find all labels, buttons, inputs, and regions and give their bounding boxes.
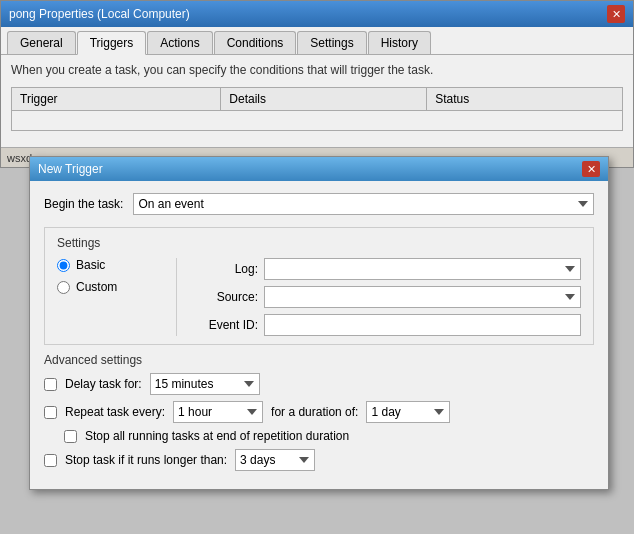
radio-custom-label: Custom <box>76 280 117 294</box>
stop-task-label: Stop task if it runs longer than: <box>65 453 227 467</box>
log-label: Log: <box>193 262 258 276</box>
main-content: When you create a task, you can specify … <box>1 55 633 147</box>
repeat-task-label: Repeat task every: <box>65 405 165 419</box>
duration-select[interactable]: 1 hour 12 hours 1 day Indefinitely <box>366 401 450 423</box>
tab-actions[interactable]: Actions <box>147 31 212 54</box>
stop-task-checkbox[interactable] <box>44 454 57 467</box>
stop-task-row: Stop task if it runs longer than: 1 hour… <box>44 449 594 471</box>
stop-all-row: Stop all running tasks at end of repetit… <box>44 429 594 443</box>
description-text: When you create a task, you can specify … <box>11 63 623 77</box>
advanced-section: Advanced settings Delay task for: 15 min… <box>44 353 594 471</box>
radio-custom-input[interactable] <box>57 281 70 294</box>
col-details: Details <box>221 88 427 111</box>
tab-general[interactable]: General <box>7 31 76 54</box>
stop-all-label: Stop all running tasks at end of repetit… <box>85 429 349 443</box>
log-field-row: Log: <box>193 258 581 280</box>
duration-label: for a duration of: <box>271 405 358 419</box>
delay-task-checkbox[interactable] <box>44 378 57 391</box>
begin-task-label: Begin the task: <box>44 197 123 211</box>
main-window-title: pong Properties (Local Computer) <box>9 7 190 21</box>
repeat-task-row: Repeat task every: 15 minutes 30 minutes… <box>44 401 594 423</box>
delay-task-label: Delay task for: <box>65 377 142 391</box>
repeat-task-select[interactable]: 15 minutes 30 minutes 1 hour 2 hours <box>173 401 263 423</box>
eventid-label: Event ID: <box>193 318 258 332</box>
settings-inner: Basic Custom Log: <box>57 258 581 336</box>
main-window: pong Properties (Local Computer) ✕ Gener… <box>0 0 634 168</box>
trigger-table: Trigger Details Status <box>11 87 623 131</box>
tabs-bar: General Triggers Actions Conditions Sett… <box>1 27 633 55</box>
tab-triggers[interactable]: Triggers <box>77 31 147 55</box>
tab-settings[interactable]: Settings <box>297 31 366 54</box>
new-trigger-dialog: New Trigger ✕ Begin the task: On an even… <box>29 156 609 490</box>
radio-custom[interactable]: Custom <box>57 280 166 294</box>
dialog-body: Begin the task: On an event On a schedul… <box>30 181 608 489</box>
settings-label: Settings <box>57 236 581 250</box>
radio-col: Basic Custom <box>57 258 177 336</box>
col-status: Status <box>427 88 623 111</box>
dialog-close-button[interactable]: ✕ <box>582 161 600 177</box>
advanced-label: Advanced settings <box>44 353 594 367</box>
stop-all-checkbox[interactable] <box>64 430 77 443</box>
eventid-field-row: Event ID: <box>193 314 581 336</box>
source-field-row: Source: <box>193 286 581 308</box>
begin-task-select[interactable]: On an event On a schedule At log on At s… <box>133 193 594 215</box>
source-label: Source: <box>193 290 258 304</box>
repeat-task-checkbox[interactable] <box>44 406 57 419</box>
source-select[interactable] <box>264 286 581 308</box>
settings-section: Settings Basic Custom <box>44 227 594 345</box>
radio-basic-input[interactable] <box>57 259 70 272</box>
tab-conditions[interactable]: Conditions <box>214 31 297 54</box>
title-bar: pong Properties (Local Computer) ✕ <box>1 1 633 27</box>
radio-basic-label: Basic <box>76 258 105 272</box>
eventid-input[interactable] <box>264 314 581 336</box>
delay-task-row: Delay task for: 15 minutes 30 minutes 1 … <box>44 373 594 395</box>
fields-col: Log: Source: Event ID: <box>193 258 581 336</box>
table-empty-row <box>12 111 623 131</box>
dialog-title-bar: New Trigger ✕ <box>30 157 608 181</box>
delay-task-select[interactable]: 15 minutes 30 minutes 1 hour 2 hours <box>150 373 260 395</box>
radio-basic[interactable]: Basic <box>57 258 166 272</box>
tab-history[interactable]: History <box>368 31 431 54</box>
stop-task-select[interactable]: 1 hour 2 hours 1 day 3 days 1 week <box>235 449 315 471</box>
log-select[interactable] <box>264 258 581 280</box>
col-trigger: Trigger <box>12 88 221 111</box>
main-window-close-button[interactable]: ✕ <box>607 5 625 23</box>
begin-task-row: Begin the task: On an event On a schedul… <box>44 193 594 215</box>
dialog-title: New Trigger <box>38 162 103 176</box>
